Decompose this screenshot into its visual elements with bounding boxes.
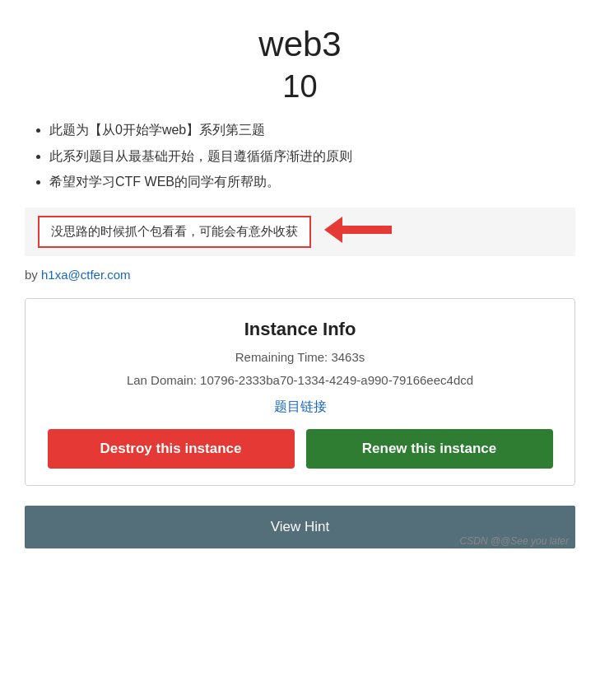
list-item: 希望对学习CTF WEB的同学有所帮助。: [49, 171, 575, 193]
red-arrow-shape: [324, 217, 392, 243]
author-prefix: by: [25, 268, 41, 282]
arrow-right-indicator: [324, 217, 392, 246]
footer-bar: View Hint CSDN @@See you later: [25, 506, 575, 548]
list-item: 此系列题目从最基础开始，题目遵循循序渐进的原则: [49, 146, 575, 167]
destroy-button[interactable]: Destroy this instance: [48, 429, 295, 469]
instance-card: Instance Info Remaining Time: 3463s Lan …: [25, 298, 575, 486]
challenge-link[interactable]: 题目链接: [274, 399, 327, 413]
instance-buttons: Destroy this instance Renew this instanc…: [42, 429, 558, 469]
lan-domain: Lan Domain: 10796-2333ba70-1334-4249-a99…: [42, 371, 558, 390]
remaining-time: Remaining Time: 3463s: [42, 348, 558, 367]
hint-section: 没思路的时候抓个包看看，可能会有意外收获: [25, 208, 575, 256]
hint-clue-text: 没思路的时候抓个包看看，可能会有意外收获: [38, 216, 311, 248]
watermark: CSDN @@See you later: [460, 535, 569, 547]
page-container: web3 10 此题为【从0开始学web】系列第三题 此系列题目从最基础开始，题…: [0, 0, 600, 548]
description-list: 此题为【从0开始学web】系列第三题 此系列题目从最基础开始，题目遵循循序渐进的…: [25, 119, 575, 193]
arrow-head: [324, 217, 342, 243]
arrow-body: [342, 226, 392, 234]
renew-button[interactable]: Renew this instance: [306, 429, 553, 469]
author-section: by h1xa@ctfer.com: [25, 268, 575, 282]
page-title: web3: [25, 25, 575, 64]
instance-link-section: 题目链接: [42, 399, 558, 416]
author-email-link[interactable]: h1xa@ctfer.com: [41, 268, 131, 282]
list-item: 此题为【从0开始学web】系列第三题: [49, 119, 575, 141]
instance-title: Instance Info: [42, 319, 558, 340]
score-value: 10: [25, 69, 575, 105]
